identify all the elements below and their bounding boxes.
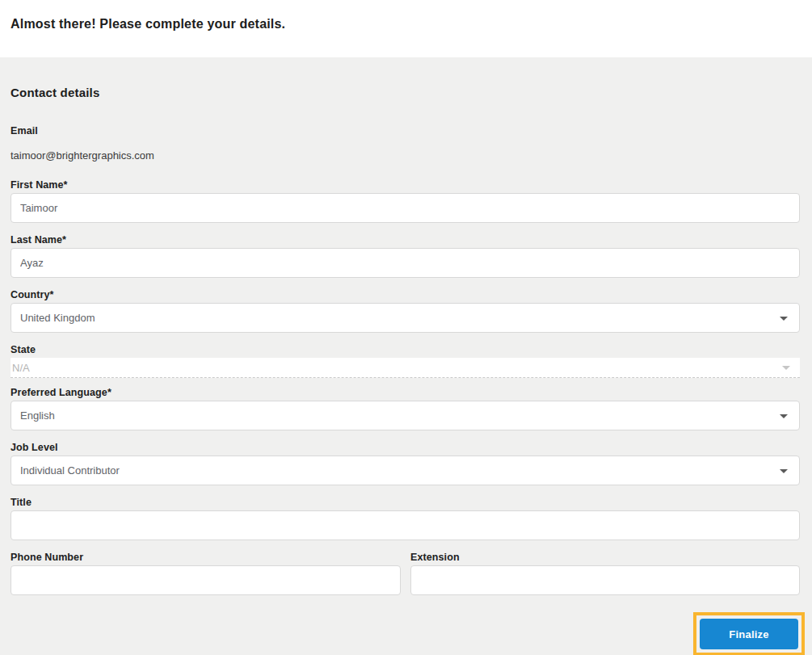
last-name-field-group: Last Name* bbox=[11, 234, 800, 278]
country-select[interactable]: United Kingdom bbox=[11, 303, 800, 333]
finalize-button[interactable]: Finalize bbox=[700, 619, 798, 649]
chevron-down-icon bbox=[780, 469, 788, 473]
page-header: Almost there! Please complete your detai… bbox=[0, 0, 812, 57]
first-name-field-group: First Name* bbox=[11, 179, 800, 223]
extension-label: Extension bbox=[410, 552, 800, 563]
chevron-down-icon bbox=[780, 317, 788, 321]
state-select: N/A bbox=[11, 358, 800, 378]
country-selected-value: United Kingdom bbox=[20, 312, 95, 324]
state-field-group: State N/A bbox=[11, 344, 800, 378]
extension-field-group: Extension bbox=[410, 552, 800, 595]
email-label: Email bbox=[11, 125, 800, 136]
preferred-language-select[interactable]: English bbox=[11, 401, 800, 430]
extension-input[interactable] bbox=[410, 565, 800, 595]
country-label: Country* bbox=[11, 289, 800, 300]
last-name-label: Last Name* bbox=[11, 234, 800, 246]
phone-number-field-group: Phone Number bbox=[11, 552, 401, 595]
phone-number-label: Phone Number bbox=[11, 552, 401, 563]
contact-details-form: Contact details Email taimoor@brightergr… bbox=[0, 57, 812, 655]
chevron-down-icon bbox=[780, 414, 788, 418]
first-name-input[interactable] bbox=[11, 193, 800, 223]
job-level-select[interactable]: Individual Contributor bbox=[11, 456, 800, 485]
job-level-selected-value: Individual Contributor bbox=[20, 464, 120, 477]
state-selected-value: N/A bbox=[12, 362, 30, 374]
state-label: State bbox=[11, 344, 800, 355]
title-input[interactable] bbox=[11, 510, 800, 540]
phone-extension-row: Phone Number Extension bbox=[11, 552, 800, 595]
preferred-language-field-group: Preferred Language* English bbox=[11, 387, 800, 430]
job-level-field-group: Job Level Individual Contributor bbox=[11, 442, 800, 485]
phone-number-input[interactable] bbox=[11, 565, 401, 595]
chevron-down-icon bbox=[782, 366, 790, 370]
email-value: taimoor@brightergraphics.com bbox=[11, 149, 800, 162]
finalize-button-row: Finalize bbox=[11, 612, 805, 655]
country-field-group: Country* United Kingdom bbox=[11, 289, 800, 333]
first-name-label: First Name* bbox=[11, 179, 800, 191]
preferred-language-label: Preferred Language* bbox=[11, 387, 800, 398]
job-level-label: Job Level bbox=[11, 442, 800, 453]
last-name-input[interactable] bbox=[11, 248, 800, 278]
section-title: Contact details bbox=[11, 57, 800, 99]
title-label: Title bbox=[11, 497, 800, 508]
preferred-language-selected-value: English bbox=[20, 409, 55, 422]
page-title: Almost there! Please complete your detai… bbox=[11, 17, 801, 31]
title-field-group: Title bbox=[11, 497, 800, 540]
highlight-annotation: Finalize bbox=[693, 612, 805, 655]
